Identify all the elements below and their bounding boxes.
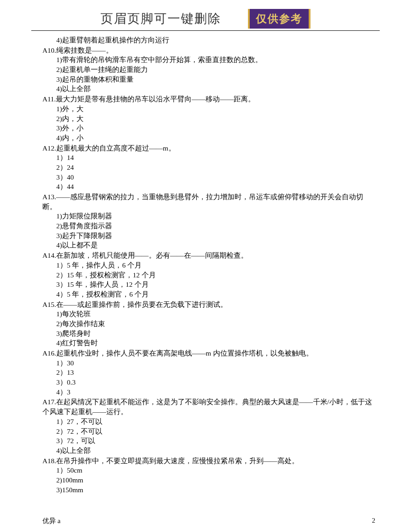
question-block: A18.在吊升操作中，不要立即提高到最大速度，应慢慢拉紧吊索，升到——高处。1）… — [42, 456, 375, 495]
question-stem: A10.绳索挂数是——。 — [42, 46, 375, 55]
question-option: 1）5 年，操作人员，6 个月 — [42, 260, 375, 270]
question-option: 2)每次操作结束 — [42, 319, 375, 329]
question-option: 1）27，不可以 — [42, 417, 375, 427]
header-title: 页眉页脚可一键删除 — [101, 10, 221, 27]
question-option: 3)爬塔身时 — [42, 329, 375, 339]
question-option: 1)外，大 — [42, 104, 375, 114]
page-footer: 优异 a 2 — [0, 494, 411, 532]
question-block: A16.起重机作业时，操作人员不要在离高架电线——m 内位置操作塔机，以免被触电… — [42, 348, 375, 397]
question-option: 1)带有滑轮的吊钩滑车吊有空中部分开始算，索垂直挂数的总数。 — [42, 55, 375, 65]
question-option: 2)悬臂角度指示器 — [42, 221, 375, 231]
question-stem: A11.最大力矩是带有悬挂物的吊车以沿水平臂向——移动——距离。 — [42, 94, 375, 104]
question-stem: A18.在吊升操作中，不要立即提高到最大速度，应慢慢拉紧吊索，升到——高处。 — [42, 456, 375, 466]
question-option: 4)内，小 — [42, 133, 375, 143]
question-option: 4）3 — [42, 387, 375, 397]
question-option: 3）0.3 — [42, 377, 375, 387]
question-block: A13.——感应悬臂钢索的拉力，当重物悬到悬臂外，拉力增加时，吊运车或俯仰臂移动… — [42, 192, 375, 250]
question-option: 2）13 — [42, 368, 375, 377]
question-option: 1)力矩限位限制器 — [42, 211, 375, 221]
question-stem: A13.——感应悬臂钢索的拉力，当重物悬到悬臂外，拉力增加时，吊运车或俯仰臂移动… — [42, 192, 375, 211]
question-option: 4)以上全部 — [42, 446, 375, 456]
question-stem: A17.在起风情况下起重机不能运作，这是为了不影响安全操作。典型的最大风速是——… — [42, 397, 375, 416]
question-option: 3）40 — [42, 172, 375, 182]
question-option: 3）15 年，操作人员，12 个月 — [42, 280, 375, 289]
question-option: 4)红灯警告时 — [42, 338, 375, 348]
question-block: A17.在起风情况下起重机不能运作，这是为了不影响安全操作。典型的最大风速是——… — [42, 397, 375, 455]
question-option: 2)起重机单一挂绳的起重能力 — [42, 65, 375, 75]
question-option: 4)以上都不是 — [42, 240, 375, 250]
header-badge: 仅供参考 — [248, 9, 310, 29]
question-option: 1）14 — [42, 153, 375, 163]
question-option: 3)150mm — [42, 485, 375, 495]
question-option: 3)起升下降限制器 — [42, 231, 375, 241]
question-option: 4)以上全部 — [42, 84, 375, 94]
question-block: A14.在新加坡，塔机只能使用——。必有——在——间隔期检查。1）5 年，操作人… — [42, 251, 375, 299]
content-body: 4)起重臂朝着起重机操作的方向运行 A10.绳索挂数是——。1)带有滑轮的吊钩滑… — [0, 31, 411, 494]
question-option: 1)每次轮班 — [42, 309, 375, 319]
questions-container: A10.绳索挂数是——。1)带有滑轮的吊钩滑车吊有空中部分开始算，索垂直挂数的总… — [42, 46, 375, 495]
footer-page-number: 2 — [372, 517, 376, 525]
question-option: 2)内，大 — [42, 114, 375, 124]
question-option: 3)外，小 — [42, 123, 375, 133]
orphan-option: 4)起重臂朝着起重机操作的方向运行 — [42, 35, 375, 45]
page-root: 页眉页脚可一键删除 仅供参考 4)起重臂朝着起重机操作的方向运行 A10.绳索挂… — [0, 0, 411, 532]
question-block: A10.绳索挂数是——。1)带有滑轮的吊钩滑车吊有空中部分开始算，索垂直挂数的总… — [42, 46, 375, 94]
footer-left: 优异 a — [42, 517, 60, 525]
question-stem: A15.在——或起重操作前，操作员要在无负载下进行测试。 — [42, 300, 375, 310]
question-stem: A12.起重机最大的自立高度不超过——m。 — [42, 143, 375, 153]
question-option: 2）72，不可以 — [42, 427, 375, 436]
question-option: 2)100mm — [42, 475, 375, 485]
question-option: 3)起吊的重物体积和重量 — [42, 75, 375, 84]
page-header: 页眉页脚可一键删除 仅供参考 — [0, 0, 411, 30]
question-block: A12.起重机最大的自立高度不超过——m。1）142）243）404）44 — [42, 143, 375, 192]
question-option: 2）24 — [42, 163, 375, 172]
question-stem: A14.在新加坡，塔机只能使用——。必有——在——间隔期检查。 — [42, 251, 375, 260]
question-option: 1）50cm — [42, 465, 375, 475]
question-stem: A16.起重机作业时，操作人员不要在离高架电线——m 内位置操作塔机，以免被触电… — [42, 348, 375, 358]
question-option: 2）15 年，授权检测官，12 个月 — [42, 270, 375, 280]
question-option: 4）44 — [42, 182, 375, 192]
question-option: 3）72，可以 — [42, 436, 375, 446]
question-block: A11.最大力矩是带有悬挂物的吊车以沿水平臂向——移动——距离。1)外，大2)内… — [42, 94, 375, 142]
question-option: 4）5 年，授权检测官，6 个月 — [42, 289, 375, 299]
question-option: 1）30 — [42, 358, 375, 368]
question-block: A15.在——或起重操作前，操作员要在无负载下进行测试。1)每次轮班2)每次操作… — [42, 300, 375, 348]
